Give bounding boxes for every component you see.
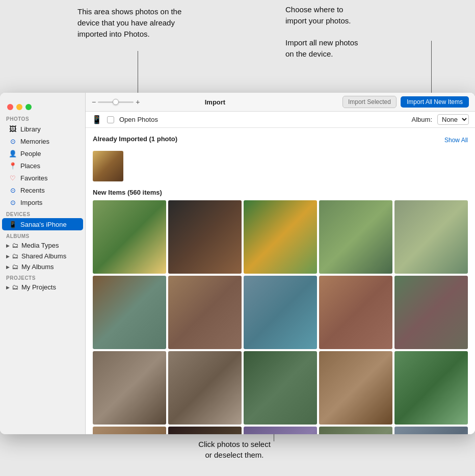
already-imported-grid (93, 151, 468, 181)
folder-my-albums-icon: 🗂 (12, 263, 18, 271)
zoom-slider[interactable] (98, 101, 134, 103)
sidebar-group-my-projects-label: My Projects (21, 283, 56, 291)
sidebar-group-media-types[interactable]: ▶ 🗂 Media Types (2, 240, 83, 251)
fullscreen-button[interactable] (25, 104, 32, 110)
sidebar-group-media-types-label: Media Types (21, 242, 59, 249)
sidebar-item-favorites-label: Favorites (20, 174, 47, 182)
sidebar-item-people-label: People (20, 150, 41, 157)
main-window: Photos 🖼 Library ⊙ Memories 👤 People 📍 P… (0, 93, 475, 434)
new-item-photo-7[interactable] (168, 276, 242, 349)
already-imported-header-row: Already Imported (1 photo) Show All (93, 133, 468, 147)
sidebar-item-imports[interactable]: ⊙ Imports (2, 196, 83, 208)
favorites-icon: ♡ (8, 173, 17, 182)
folder-shared-albums-icon: 🗂 (12, 252, 18, 260)
chevron-shared-albums-icon: ▶ (6, 254, 10, 259)
callout-right: Choose where toimport your photos.Import… (285, 4, 398, 60)
sidebar-item-device[interactable]: 📱 Sanaa's iPhone (2, 218, 83, 230)
new-item-photo-1[interactable] (93, 200, 166, 274)
sidebar-group-shared-albums[interactable]: ▶ 🗂 Shared Albums (2, 251, 83, 261)
recents-icon: ⊙ (8, 186, 17, 195)
import-selected-button[interactable]: Import Selected (342, 96, 397, 108)
callout-right-text: Choose where toimport your photos.Import… (285, 5, 358, 58)
new-item-photo-20[interactable] (394, 427, 468, 434)
sidebar-photos-section: Photos (0, 113, 85, 123)
sidebar-item-device-label: Sanaa's iPhone (20, 221, 67, 228)
sidebar-item-recents-label: Recents (20, 187, 45, 194)
new-item-photo-4[interactable] (319, 200, 392, 274)
imports-icon: ⊙ (8, 198, 17, 207)
chevron-my-albums-icon: ▶ (6, 265, 10, 270)
callout-left-text: This area shows photos on the device tha… (77, 7, 181, 38)
sidebar-item-places[interactable]: 📍 Places (2, 160, 83, 172)
toolbar-title: Import (205, 98, 225, 106)
new-items-grid (93, 200, 468, 434)
zoom-controls: − + (92, 98, 201, 106)
sidebar-group-my-projects[interactable]: ▶ 🗂 My Projects (2, 282, 83, 293)
already-imported-photo-1[interactable] (93, 151, 123, 181)
album-select[interactable]: None (437, 114, 469, 125)
close-button[interactable] (7, 104, 13, 110)
sidebar-item-library-label: Library (20, 125, 41, 133)
album-label: Album: (412, 116, 432, 123)
sidebar-item-places-label: Places (20, 162, 40, 170)
sidebar-item-recents[interactable]: ⊙ Recents (2, 184, 83, 196)
open-photos-checkbox[interactable] (107, 116, 114, 123)
sidebar-group-shared-albums-label: Shared Albums (21, 252, 66, 260)
people-icon: 👤 (8, 149, 17, 158)
iphone-icon: 📱 (8, 220, 17, 229)
new-item-photo-16[interactable] (93, 427, 166, 434)
import-bar: 📱 Open Photos Album: None (86, 112, 475, 128)
sidebar-item-imports-label: Imports (20, 199, 42, 206)
traffic-lights (0, 99, 85, 113)
import-all-button[interactable]: Import All New Items (401, 96, 469, 108)
zoom-in-button[interactable]: + (136, 98, 140, 106)
library-icon: 🖼 (8, 124, 17, 134)
callout-bottom-text: Click photos to selector deselect them. (198, 440, 271, 460)
sidebar-item-favorites[interactable]: ♡ Favorites (2, 172, 83, 184)
new-item-photo-11[interactable] (93, 351, 166, 425)
new-item-photo-10[interactable] (394, 276, 468, 349)
sidebar-group-my-albums-label: My Albums (21, 263, 54, 271)
new-item-photo-19[interactable] (319, 427, 392, 434)
new-item-photo-8[interactable] (244, 276, 317, 349)
show-all-link[interactable]: Show All (444, 137, 468, 144)
sidebar-item-memories-label: Memories (20, 138, 49, 145)
sidebar-item-people[interactable]: 👤 People (2, 147, 83, 160)
new-item-photo-15[interactable] (394, 351, 468, 425)
new-item-photo-3[interactable] (244, 200, 317, 274)
new-item-photo-9[interactable] (319, 276, 392, 349)
callout-left-line (138, 51, 138, 97)
new-item-photo-13[interactable] (244, 351, 317, 425)
callout-bottom: Click photos to selector deselect them. (178, 439, 291, 461)
new-item-photo-14[interactable] (319, 351, 392, 425)
sidebar-projects-section: Projects (0, 272, 85, 282)
sidebar-item-memories[interactable]: ⊙ Memories (2, 135, 83, 147)
new-items-header: New Items (560 items) (93, 189, 468, 196)
new-item-photo-6[interactable] (93, 276, 166, 349)
toolbar: − + Import Import Selected Import All Ne… (86, 93, 475, 112)
open-photos-label: Open Photos (119, 116, 158, 123)
sidebar-group-my-albums[interactable]: ▶ 🗂 My Albums (2, 261, 83, 272)
minimize-button[interactable] (16, 104, 22, 110)
zoom-out-button[interactable]: − (92, 98, 96, 106)
zoom-thumb (113, 99, 119, 105)
folder-media-types-icon: 🗂 (12, 242, 18, 249)
phone-device-icon: 📱 (92, 115, 102, 124)
sidebar-item-library[interactable]: 🖼 Library (2, 123, 83, 135)
scroll-area[interactable]: Already Imported (1 photo) Show All New … (86, 128, 475, 434)
sidebar: Photos 🖼 Library ⊙ Memories 👤 People 📍 P… (0, 93, 86, 434)
chevron-my-projects-icon: ▶ (6, 285, 10, 290)
folder-my-projects-icon: 🗂 (12, 283, 18, 291)
new-item-photo-5[interactable] (394, 200, 468, 274)
main-content: − + Import Import Selected Import All Ne… (86, 93, 475, 434)
new-item-photo-18[interactable] (244, 427, 317, 434)
new-item-photo-12[interactable] (168, 351, 242, 425)
places-icon: 📍 (8, 161, 17, 170)
sidebar-devices-section: Devices (0, 208, 85, 218)
callout-left: This area shows photos on the device tha… (77, 6, 190, 39)
new-item-photo-2[interactable] (168, 200, 242, 274)
new-item-photo-17[interactable] (168, 427, 242, 434)
chevron-media-types-icon: ▶ (6, 243, 10, 248)
memories-icon: ⊙ (8, 137, 17, 146)
already-imported-header: Already Imported (1 photo) (93, 135, 177, 143)
